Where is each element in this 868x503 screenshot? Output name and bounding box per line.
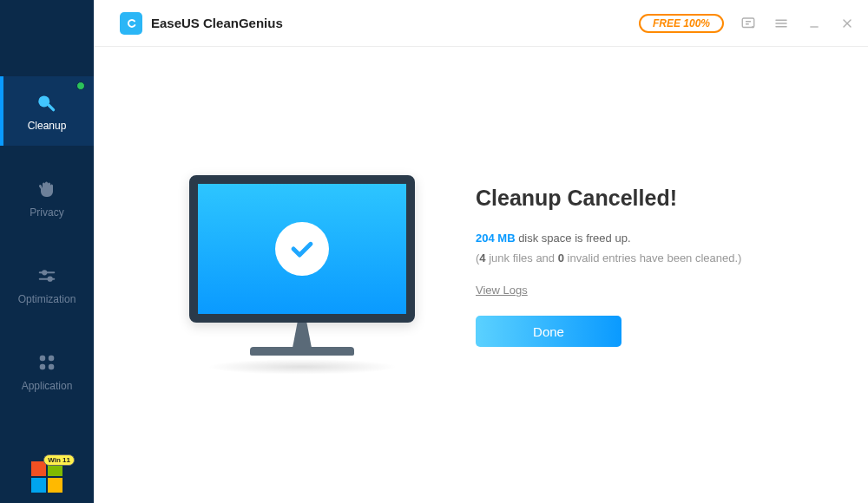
- sidebar-item-privacy[interactable]: Privacy: [0, 163, 94, 232]
- menu-icon[interactable]: [773, 15, 790, 32]
- sidebar-item-label: Optimization: [18, 293, 76, 305]
- sidebar-item-cleanup[interactable]: Cleanup: [0, 76, 94, 146]
- win-version-badge: Win 11: [43, 454, 75, 466]
- content: Cleanup Cancelled! 204 MB disk space is …: [94, 47, 868, 503]
- svg-rect-7: [49, 356, 54, 361]
- sidebar-bottom: Win 11: [0, 461, 94, 493]
- titlebar-right: FREE 100%: [639, 14, 856, 33]
- sidebar-item-optimization[interactable]: Optimization: [0, 250, 94, 319]
- feedback-icon[interactable]: [740, 15, 757, 32]
- sidebar-item-application[interactable]: Application: [0, 336, 94, 406]
- monitor-illustration: [189, 175, 415, 375]
- free-badge[interactable]: FREE 100%: [639, 14, 724, 33]
- freed-space-line: 204 MB disk space is freed up.: [476, 232, 825, 245]
- done-button[interactable]: Done: [476, 316, 621, 347]
- hand-icon: [35, 177, 59, 201]
- close-icon[interactable]: [838, 15, 856, 32]
- svg-point-3: [43, 271, 46, 274]
- junk-count: 4: [479, 252, 485, 265]
- sidebar-item-label: Privacy: [30, 206, 63, 219]
- minimize-icon[interactable]: [806, 15, 823, 32]
- monitor-screen: [189, 175, 415, 323]
- illustration-col: [137, 175, 467, 375]
- freed-suffix: disk space is freed up.: [516, 232, 631, 245]
- svg-point-1: [41, 98, 43, 101]
- svg-rect-9: [49, 364, 54, 369]
- view-logs-link[interactable]: View Logs: [476, 284, 528, 297]
- svg-rect-6: [40, 356, 45, 361]
- monitor-stand: [286, 323, 318, 347]
- invalid-count: 0: [558, 252, 564, 265]
- apps-icon: [35, 350, 59, 375]
- result-headline: Cleanup Cancelled!: [476, 186, 825, 211]
- result-col: Cleanup Cancelled! 204 MB disk space is …: [467, 186, 825, 347]
- monitor-base: [250, 347, 354, 356]
- sidebar-item-label: Cleanup: [28, 120, 67, 132]
- monitor-shadow: [207, 359, 398, 375]
- app-title: EaseUS CleanGenius: [151, 16, 283, 30]
- sliders-icon: [35, 264, 59, 288]
- windows-icon[interactable]: [31, 461, 62, 493]
- sidebar-item-label: Application: [22, 380, 73, 392]
- check-circle-icon: [275, 222, 329, 276]
- svg-rect-8: [40, 364, 45, 369]
- app-logo-icon: [120, 12, 142, 35]
- freed-amount: 204 MB: [476, 232, 516, 245]
- sidebar: Cleanup Privacy Optimization: [0, 0, 94, 503]
- svg-point-5: [49, 278, 52, 281]
- sidebar-spacer: [0, 0, 94, 76]
- cleanup-icon: [35, 90, 59, 114]
- titlebar: EaseUS CleanGenius FREE 100%: [94, 0, 868, 47]
- active-badge-icon: [76, 82, 85, 90]
- main-area: EaseUS CleanGenius FREE 100%: [94, 0, 868, 503]
- detail-line: (4 junk files and 0 invalid entries have…: [476, 252, 825, 265]
